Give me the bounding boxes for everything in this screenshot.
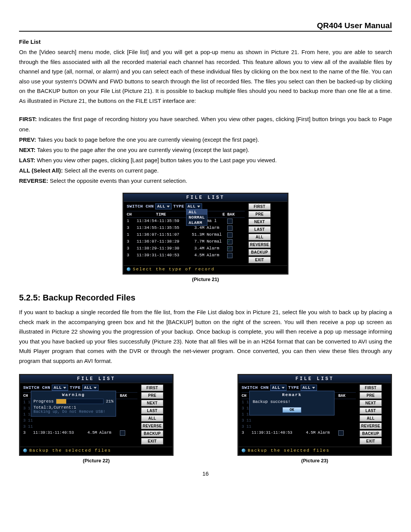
section-heading-backup: 5.2.5: Backup Recorded Files bbox=[19, 293, 392, 303]
reverse-button[interactable]: REVERSE bbox=[360, 423, 382, 429]
reverse-button[interactable]: REVERSE bbox=[141, 423, 163, 429]
def-all-text: Select all the events on current page. bbox=[63, 167, 159, 174]
reverse-button[interactable]: REVERSE bbox=[249, 241, 271, 248]
def-prev: PREV: Takes you back to page before the … bbox=[19, 134, 392, 145]
def-last: LAST: When you view other pages, clickin… bbox=[19, 155, 392, 165]
def-last-term: LAST: bbox=[19, 157, 35, 163]
pre-button[interactable]: PRE bbox=[141, 392, 163, 399]
table-row[interactable]: 311:36:07-11:38:297.7MNormal bbox=[127, 238, 245, 245]
footer-text: Select the type of record bbox=[133, 267, 215, 272]
def-reverse-text: Select the opposite events than your cur… bbox=[48, 177, 187, 184]
document-header: QR404 User Manual bbox=[19, 21, 392, 32]
exit-button[interactable]: EXIT bbox=[141, 438, 163, 444]
backup-button[interactable]: BACKUP bbox=[141, 430, 163, 437]
chn-select[interactable]: ALL bbox=[270, 385, 287, 391]
dialog-title: Remark bbox=[252, 393, 332, 397]
all-button[interactable]: ALL bbox=[360, 415, 382, 422]
checkbox[interactable] bbox=[120, 430, 125, 436]
table-row: 3 11 bbox=[242, 417, 356, 423]
chevron-down-icon bbox=[312, 387, 315, 389]
type-dropdown[interactable]: ALL NORMAL ALARM bbox=[186, 209, 208, 226]
switch-chn-label: SWITCH CHN bbox=[23, 385, 50, 390]
pre-button[interactable]: PRE bbox=[360, 392, 382, 399]
def-first-term: FIRST: bbox=[19, 116, 37, 122]
all-button[interactable]: ALL bbox=[249, 234, 271, 240]
dialog-title: Warning bbox=[33, 393, 113, 397]
exit-button[interactable]: EXIT bbox=[360, 438, 382, 444]
next-button[interactable]: NEXT bbox=[360, 400, 382, 406]
figure-22: FILE LIST SWITCH CHN ALL TYPE ALL CH TIM… bbox=[19, 374, 174, 463]
panel-title: FILE LIST bbox=[20, 375, 172, 383]
backup-paragraph: If you want to backup a single recorded … bbox=[19, 307, 392, 366]
def-first: FIRST: Indicates the first page of recor… bbox=[19, 114, 392, 134]
progress-label: Progress bbox=[33, 399, 54, 404]
checkbox[interactable] bbox=[227, 239, 233, 244]
table-row[interactable]: 3 11:39:31-11:40:53 4.5M Alarm bbox=[23, 430, 137, 436]
checkbox[interactable] bbox=[227, 232, 233, 238]
checkbox[interactable] bbox=[227, 225, 233, 231]
switch-chn-label: SWITCH CHN bbox=[242, 385, 269, 390]
figure-21-caption: (Picture 21) bbox=[19, 276, 392, 282]
def-all: ALL (Select All): Select all the events … bbox=[19, 165, 392, 176]
checkbox[interactable] bbox=[338, 430, 344, 436]
last-button[interactable]: LAST bbox=[141, 407, 163, 414]
figure-21: FILE LIST SWITCH CHN ALL TYPE ALL ALL NO… bbox=[19, 193, 392, 282]
type-select[interactable]: ALL bbox=[82, 385, 99, 391]
chevron-down-icon bbox=[197, 206, 200, 208]
warning-dialog: Warning Progress 21% Total:3,Current:1 B… bbox=[31, 391, 116, 417]
chn-select[interactable]: ALL bbox=[155, 203, 172, 209]
file-list-label: File List bbox=[19, 38, 392, 45]
progress-percent: 21% bbox=[106, 399, 113, 404]
last-button[interactable]: LAST bbox=[360, 407, 382, 414]
backup-button[interactable]: BACKUP bbox=[360, 430, 382, 437]
checkbox[interactable] bbox=[227, 253, 233, 258]
def-next-term: NEXT: bbox=[19, 147, 35, 153]
def-prev-term: PREV: bbox=[19, 136, 36, 143]
footer-text: Backup the selected files bbox=[29, 448, 111, 453]
remark-dialog: Remark Backup success! OK bbox=[249, 391, 335, 415]
def-all-term: ALL (Select All): bbox=[19, 167, 63, 174]
checkbox[interactable] bbox=[227, 246, 233, 251]
type-label: TYPE bbox=[173, 204, 184, 209]
ok-button[interactable]: OK bbox=[282, 407, 301, 413]
type-opt-all[interactable]: ALL bbox=[186, 209, 207, 215]
chevron-down-icon bbox=[167, 206, 170, 208]
success-message: Backup success! bbox=[253, 399, 332, 404]
info-icon bbox=[127, 267, 131, 271]
type-select[interactable]: ALL bbox=[301, 385, 317, 391]
figure-23-caption: (Picture 23) bbox=[237, 458, 392, 463]
first-button[interactable]: FIRST bbox=[249, 203, 271, 210]
next-button[interactable]: NEXT bbox=[249, 219, 271, 225]
table-row[interactable]: 311:39:31-11:40:534.5MAlarm bbox=[127, 252, 245, 259]
pre-button[interactable]: PRE bbox=[249, 211, 271, 217]
panel-title: FILE LIST bbox=[124, 194, 287, 202]
type-label: TYPE bbox=[70, 385, 80, 390]
type-label: TYPE bbox=[288, 385, 299, 390]
progress-totals: Total:3,Current:1 bbox=[33, 405, 113, 410]
chevron-down-icon bbox=[282, 387, 285, 389]
first-button[interactable]: FIRST bbox=[141, 385, 163, 391]
type-opt-normal[interactable]: NORMAL bbox=[186, 215, 207, 220]
all-button[interactable]: ALL bbox=[141, 415, 163, 422]
backup-button[interactable]: BACKUP bbox=[249, 249, 271, 256]
next-button[interactable]: NEXT bbox=[141, 400, 163, 406]
first-button[interactable]: FIRST bbox=[360, 385, 382, 391]
type-select[interactable]: ALL ALL NORMAL ALARM bbox=[186, 203, 202, 209]
panel-footer: Select the type of record bbox=[124, 265, 287, 273]
table-row[interactable]: 311:38:29-11:39:303.4MAlarm bbox=[127, 245, 245, 252]
chn-select[interactable]: ALL bbox=[52, 385, 68, 391]
info-icon bbox=[23, 449, 27, 452]
type-opt-alarm[interactable]: ALARM bbox=[186, 220, 207, 225]
def-last-text: When you view other pages, clicking [Las… bbox=[35, 157, 277, 163]
last-button[interactable]: LAST bbox=[249, 226, 271, 233]
table-row[interactable]: 3 11:39:31-11:40:53 4.5M Alarm bbox=[242, 430, 356, 436]
exit-button[interactable]: EXIT bbox=[249, 257, 271, 263]
def-prev-text: Takes you back to page before the one yo… bbox=[36, 136, 259, 143]
checkbox[interactable] bbox=[227, 219, 233, 224]
switch-chn-label: SWITCH CHN bbox=[127, 204, 154, 209]
table-row[interactable]: 111:36:07-11:51:0751.3MNormal bbox=[127, 232, 245, 238]
chevron-down-icon bbox=[63, 387, 66, 389]
def-first-text: Indicates the first page of recording hi… bbox=[19, 116, 392, 133]
def-reverse: REVERSE: Select the opposite events than… bbox=[19, 176, 392, 186]
warning-message: Backing up, Do not Remove USB! bbox=[33, 410, 113, 414]
